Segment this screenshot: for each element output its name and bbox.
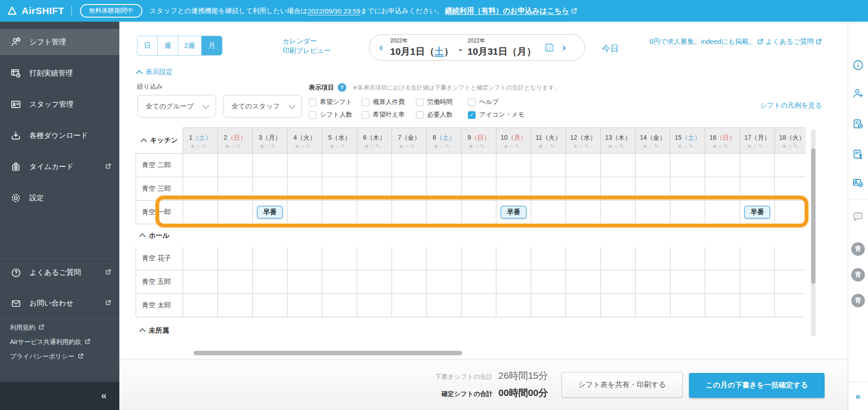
star-icon[interactable]: ★ bbox=[399, 143, 404, 150]
shift-cell[interactable] bbox=[531, 294, 566, 317]
shift-cell[interactable] bbox=[566, 201, 601, 224]
shift-cell[interactable] bbox=[531, 177, 566, 201]
dots-icon[interactable]: ‥ bbox=[556, 144, 559, 149]
circle-icon[interactable]: ○ bbox=[336, 143, 340, 150]
dots-icon[interactable]: ‥ bbox=[416, 144, 420, 149]
group-select[interactable]: 全てのグループ bbox=[137, 95, 216, 118]
day-action-icons[interactable]: ★○✎‥ bbox=[294, 143, 315, 150]
shift-cell[interactable] bbox=[601, 247, 636, 270]
vertical-scrollbar-thumb[interactable] bbox=[811, 148, 816, 284]
shift-cell[interactable] bbox=[288, 247, 322, 270]
shift-cell[interactable] bbox=[566, 154, 601, 177]
shift-cell[interactable] bbox=[775, 177, 806, 201]
day-action-icons[interactable]: ★○✎‥ bbox=[364, 143, 385, 150]
shift-cell[interactable] bbox=[357, 270, 392, 294]
day-action-icons[interactable]: ★○✎‥ bbox=[225, 143, 245, 150]
paid-signup-link[interactable]: 継続利用（有料）のお申込みはこちら bbox=[445, 6, 569, 16]
shift-cell[interactable] bbox=[427, 177, 462, 201]
display-item-希望叶え率[interactable]: 希望叶え率 bbox=[362, 111, 416, 119]
shift-cell[interactable] bbox=[253, 270, 288, 294]
shift-cell[interactable] bbox=[670, 294, 705, 317]
shift-cell[interactable] bbox=[775, 201, 806, 224]
day-action-icons[interactable]: ★○✎‥ bbox=[608, 143, 628, 150]
shift-cell[interactable] bbox=[462, 177, 496, 201]
circle-icon[interactable]: ○ bbox=[266, 143, 270, 150]
checkbox-unchecked[interactable] bbox=[362, 111, 369, 119]
shift-cell[interactable] bbox=[357, 177, 392, 201]
staff-name-cell[interactable]: 青空 三郎 bbox=[136, 177, 183, 201]
pencil-icon[interactable]: ✎ bbox=[201, 143, 206, 150]
pencil-icon[interactable]: ✎ bbox=[236, 143, 241, 150]
bulk-confirm-button[interactable]: この月の下書きを一括確定する bbox=[689, 373, 825, 398]
shift-cell[interactable] bbox=[427, 154, 462, 177]
circle-icon[interactable]: ○ bbox=[440, 143, 444, 150]
shift-cell[interactable] bbox=[566, 270, 601, 294]
shift-cell[interactable] bbox=[636, 201, 670, 224]
star-icon[interactable]: ★ bbox=[364, 143, 369, 150]
dots-icon[interactable]: ‥ bbox=[277, 144, 280, 149]
shift-cell[interactable] bbox=[740, 154, 775, 177]
star-icon[interactable]: ★ bbox=[294, 143, 300, 150]
display-item-概算人件費[interactable]: 概算人件費 bbox=[362, 98, 416, 106]
shift-cell[interactable] bbox=[566, 177, 601, 201]
dots-icon[interactable]: ‥ bbox=[451, 144, 454, 149]
group-header-未所属[interactable]: 未所属 bbox=[136, 317, 806, 344]
star-icon[interactable]: ★ bbox=[329, 143, 335, 150]
shift-cell[interactable]: 早番 bbox=[496, 201, 531, 224]
pencil-icon[interactable]: ✎ bbox=[654, 143, 659, 150]
shift-cell[interactable] bbox=[218, 177, 253, 201]
shift-cell[interactable] bbox=[705, 201, 740, 224]
circle-icon[interactable]: ○ bbox=[649, 143, 653, 150]
circle-icon[interactable]: ○ bbox=[580, 143, 583, 150]
staff-name-cell[interactable]: 青空 太郎 bbox=[136, 294, 183, 317]
shift-cell[interactable] bbox=[392, 201, 427, 224]
display-item-労働時間[interactable]: 労働時間 bbox=[416, 98, 468, 106]
star-icon[interactable]: ★ bbox=[468, 143, 474, 150]
pencil-icon[interactable]: ✎ bbox=[793, 143, 798, 150]
sidebar-item-よくあるご質問[interactable]: よくあるご質問 bbox=[0, 260, 119, 285]
shift-cell[interactable] bbox=[496, 177, 531, 201]
star-icon[interactable]: ★ bbox=[538, 143, 543, 150]
sidebar-item-シフト管理[interactable]: シフト管理 bbox=[0, 29, 119, 55]
staff-name-cell[interactable]: 青空 五郎 bbox=[136, 270, 183, 294]
pencil-icon[interactable]: ✎ bbox=[619, 143, 624, 150]
shift-cell[interactable] bbox=[322, 270, 357, 294]
circle-icon[interactable]: ○ bbox=[614, 143, 618, 150]
checkbox-checked[interactable]: ✓ bbox=[468, 111, 476, 119]
shift-cell[interactable] bbox=[496, 247, 531, 270]
star-icon[interactable]: ★ bbox=[712, 143, 717, 150]
shift-cell[interactable] bbox=[427, 201, 462, 224]
circle-icon[interactable]: ○ bbox=[545, 143, 548, 150]
dots-icon[interactable]: ‥ bbox=[242, 144, 245, 149]
day-action-icons[interactable]: ★○✎‥ bbox=[642, 143, 663, 150]
legal-link-利用規約[interactable]: 利用規約 bbox=[10, 324, 90, 332]
star-icon[interactable]: ★ bbox=[259, 143, 265, 150]
shift-cell[interactable] bbox=[183, 247, 218, 270]
shift-cell[interactable] bbox=[322, 154, 357, 177]
calendar-icon[interactable] bbox=[543, 42, 555, 53]
dots-icon[interactable]: ‥ bbox=[208, 144, 211, 149]
shift-cell[interactable] bbox=[740, 177, 775, 201]
star-icon[interactable]: ★ bbox=[434, 143, 439, 150]
pencil-icon[interactable]: ✎ bbox=[723, 143, 728, 150]
shift-cell[interactable] bbox=[253, 177, 288, 201]
share-print-button[interactable]: シフト表を共有・印刷する bbox=[561, 372, 683, 398]
shift-cell[interactable] bbox=[253, 294, 288, 317]
staff-avatar[interactable]: 青 bbox=[851, 242, 865, 256]
staff-confirm-icon[interactable] bbox=[852, 176, 864, 189]
add-staff-icon[interactable] bbox=[852, 87, 864, 99]
shift-cell[interactable] bbox=[740, 270, 775, 294]
shift-cell[interactable] bbox=[670, 247, 705, 270]
shift-cell[interactable] bbox=[775, 270, 806, 294]
dots-icon[interactable]: ‥ bbox=[312, 144, 315, 149]
shift-cell[interactable] bbox=[775, 294, 806, 317]
pencil-icon[interactable]: ✎ bbox=[306, 143, 311, 150]
shift-cell[interactable] bbox=[357, 294, 392, 317]
shift-cell[interactable] bbox=[740, 294, 775, 317]
shift-cell[interactable] bbox=[427, 294, 462, 317]
shift-cell[interactable] bbox=[183, 294, 218, 317]
circle-icon[interactable]: ○ bbox=[301, 143, 305, 150]
shift-cell[interactable] bbox=[218, 247, 253, 270]
star-icon[interactable]: ★ bbox=[677, 143, 683, 150]
shift-cell[interactable] bbox=[496, 154, 531, 177]
